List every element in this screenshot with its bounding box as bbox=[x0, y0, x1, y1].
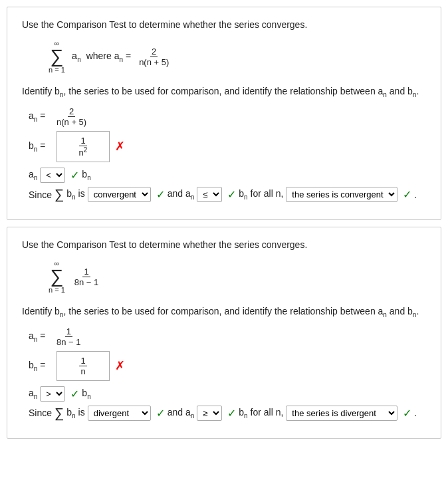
sigma-2: ∞ ∑ n = 1 bbox=[49, 259, 65, 294]
relation-dropdown-2[interactable]: > < ≤ ≥ bbox=[40, 386, 65, 402]
bn-row-2: bn = 1 n ✗ bbox=[29, 351, 426, 381]
bn-box-2[interactable]: 1 n bbox=[56, 351, 110, 381]
sum-frac-2: 1 8n − 1 bbox=[73, 267, 100, 287]
result-check-1: ✓ bbox=[403, 188, 411, 201]
since-row-2: Since ∑ bn is divergent convergent ✓ and… bbox=[29, 406, 426, 421]
problem-1-block: Use the Comparison Test to determine whe… bbox=[7, 7, 441, 220]
sum-display-2: ∞ ∑ n = 1 1 8n − 1 bbox=[49, 259, 426, 294]
convergence-dropdown-1[interactable]: convergent divergent bbox=[88, 187, 151, 202]
bn-row-1: bn = 1 n2 ✗ bbox=[29, 131, 426, 162]
bn-box-1[interactable]: 1 n2 bbox=[56, 131, 110, 162]
result-check-2: ✓ bbox=[403, 407, 411, 420]
an-rel-dropdown-2[interactable]: ≥ ≤ < > bbox=[197, 406, 222, 421]
relation-check-2: ✓ bbox=[70, 388, 79, 400]
relation-row-2: an > < ≤ ≥ ✓ bn bbox=[29, 386, 426, 402]
problem-2-title: Use the Comparison Test to determine whe… bbox=[22, 239, 426, 250]
identify-text-2: Identify bn, the series to be used for c… bbox=[22, 306, 426, 318]
sigma-bot-1: n = 1 bbox=[49, 66, 65, 74]
sum-term-1: an bbox=[72, 50, 81, 63]
an-row-1: an = 2 n(n + 5) bbox=[29, 106, 426, 127]
an-rel-check-2: ✓ bbox=[227, 407, 236, 420]
bn-xmark-2: ✗ bbox=[115, 358, 125, 373]
sigma-bot-2: n = 1 bbox=[49, 286, 65, 294]
relation-dropdown-1[interactable]: < > ≤ ≥ bbox=[40, 168, 65, 183]
relation-check-1: ✓ bbox=[70, 169, 79, 182]
an-rel-check-1: ✓ bbox=[227, 188, 236, 201]
sum-display-1: ∞ ∑ n = 1 an where an = 2 n(n + 5) bbox=[49, 39, 426, 74]
relation-row-1: an < > ≤ ≥ ✓ bn bbox=[29, 168, 426, 183]
problem-1-title: Use the Comparison Test to determine whe… bbox=[22, 19, 426, 30]
result-dropdown-2[interactable]: the series is divergent the series is co… bbox=[286, 406, 397, 421]
identify-text-1: Identify bn, the series to be used for c… bbox=[22, 86, 426, 98]
problem-2-block: Use the Comparison Test to determine whe… bbox=[7, 227, 441, 439]
where-1: where an = bbox=[86, 51, 131, 63]
bn-xmark-1: ✗ bbox=[115, 139, 125, 154]
an-fraction-1: 2 n(n + 5) bbox=[138, 47, 170, 67]
an-row-2: an = 1 8n − 1 bbox=[29, 326, 426, 347]
convergence-check-2: ✓ bbox=[156, 407, 165, 420]
sigma-1: ∞ ∑ n = 1 bbox=[49, 39, 65, 74]
convergence-check-1: ✓ bbox=[156, 188, 165, 201]
an-rel-dropdown-1[interactable]: ≤ ≥ < > bbox=[197, 187, 222, 202]
result-dropdown-1[interactable]: the series is convergent the series is d… bbox=[286, 187, 397, 202]
convergence-dropdown-2[interactable]: divergent convergent bbox=[88, 406, 151, 421]
since-row-1: Since ∑ bn is convergent divergent ✓ and… bbox=[29, 187, 426, 202]
